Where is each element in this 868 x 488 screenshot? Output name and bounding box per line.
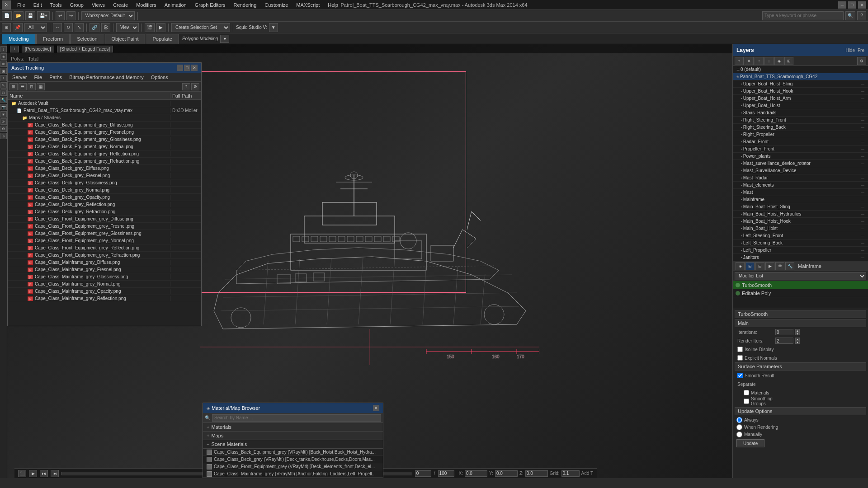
layer-visibility[interactable]: — xyxy=(858,255,867,259)
menu-tools[interactable]: Tools xyxy=(47,1,66,9)
asset-tree-row[interactable]: pCape_Class_Deck_grey_Glossiness.png xyxy=(8,179,201,187)
redo-btn[interactable]: ↪ xyxy=(66,11,75,20)
asset-tree-row[interactable]: pCape_Class_Back_Equipment_grey_Glossine… xyxy=(8,136,201,143)
left-icon-13[interactable]: 🖱 xyxy=(0,133,7,139)
left-icon-10[interactable]: ☀ xyxy=(0,111,7,117)
layer-new-btn[interactable]: + xyxy=(735,57,744,65)
layer-tree-row[interactable]: •Janitors— xyxy=(733,254,868,261)
layer-tree-row[interactable]: •Radar_Front— xyxy=(733,138,868,145)
asset-tree-row[interactable]: 📁Maps / Shaders xyxy=(8,114,201,122)
create-selection-select[interactable]: Create Selection Set xyxy=(171,23,230,32)
asset-tree-row[interactable]: pCape_Class_Mainframe_grey_Diffuse.png xyxy=(8,259,201,266)
left-icon-1[interactable]: ↕ xyxy=(0,46,7,52)
mod-tab-display[interactable]: ◈ xyxy=(736,262,745,270)
anim-key-mode-btn[interactable]: ⬛ xyxy=(18,470,26,477)
asset-tb-btn4[interactable]: ▦ xyxy=(37,83,45,90)
left-icon-3[interactable]: ⊕ xyxy=(0,61,7,67)
asset-tree-row[interactable]: pCape_Class_Front_Equipment_grey_Glossin… xyxy=(8,230,201,237)
coord-z-input[interactable] xyxy=(525,470,548,477)
coord-x-input[interactable] xyxy=(465,470,487,477)
layer-tree-row[interactable]: •Left_Steering_Front— xyxy=(733,232,868,239)
new-btn[interactable]: 📄 xyxy=(2,11,12,20)
asset-tree-row[interactable]: 📁Autodesk Vault xyxy=(8,100,201,107)
asset-tree-row[interactable]: pCape_Class_Mainframe_grey_Glossiness.pn… xyxy=(8,273,201,281)
layer-tree-row[interactable]: ☰0 (default)— xyxy=(733,66,868,73)
asset-tree-row[interactable]: pCape_Class_Deck_grey_Reflection.png xyxy=(8,201,201,208)
anim-prev-btn[interactable]: ⏮ xyxy=(51,470,59,477)
asset-tree-row[interactable]: pCape_Class_Deck_grey_Fresnel.png xyxy=(8,172,201,179)
editablepoly-item[interactable]: Editable Poly xyxy=(733,289,868,297)
layer-tree-row[interactable]: •Upper_Boat_Hoist_Hook— xyxy=(733,88,868,95)
layer-all-btn[interactable]: ⊞ xyxy=(784,57,793,65)
undo-btn[interactable]: ↩ xyxy=(56,11,65,20)
menu-views[interactable]: Views xyxy=(88,1,108,9)
render-btn[interactable]: ▶ xyxy=(156,23,165,32)
left-icon-9[interactable]: 📷 xyxy=(0,104,7,110)
layer-select-btn[interactable]: ◈ xyxy=(774,57,783,65)
layer-visibility[interactable]: — xyxy=(858,234,867,238)
left-icon-6[interactable]: ✎ xyxy=(0,82,7,89)
material-item[interactable]: Cape_Class_Deck_grey (VRayMtl) [Deck_tan… xyxy=(203,456,383,463)
viewport-canvas[interactable]: 150 160 170 Asset Tracking ─ □ ✕ Server xyxy=(7,44,732,478)
maximize-button[interactable]: □ xyxy=(848,1,856,9)
menu-create[interactable]: Create xyxy=(109,1,132,9)
grid-input[interactable] xyxy=(561,470,580,477)
scale-btn[interactable]: ⤡ xyxy=(75,23,84,32)
layer-visibility[interactable]: — xyxy=(858,125,867,129)
viewport[interactable]: + [Perspective] [Shaded + Edged Faces] P… xyxy=(7,44,732,478)
asset-menu-server[interactable]: Server xyxy=(9,75,29,80)
asset-tb-help[interactable]: ? xyxy=(182,83,190,90)
menu-graph-editors[interactable]: Graph Editors xyxy=(191,1,229,9)
menu-animation[interactable]: Animation xyxy=(161,1,190,9)
open-btn[interactable]: 📂 xyxy=(14,11,24,20)
layer-tree-row[interactable]: •Mast_surveillance_device_rotator— xyxy=(733,160,868,167)
asset-menu-file[interactable]: File xyxy=(31,75,45,80)
menu-maxscript[interactable]: MAXScript xyxy=(292,1,323,9)
layer-visibility[interactable]: — xyxy=(858,169,867,173)
asset-tree-row[interactable]: pCape_Class_Front_Equipment_grey_Refract… xyxy=(8,252,201,259)
search-input[interactable] xyxy=(762,11,844,20)
anim-end-frame-input[interactable] xyxy=(438,470,454,477)
smooth-result-checkbox[interactable] xyxy=(737,373,743,378)
mod-tab-modifier[interactable]: ⊞ xyxy=(745,262,755,270)
materials-checkbox[interactable] xyxy=(744,390,749,395)
layer-tree-row[interactable]: •Mast_Surveillance_Device— xyxy=(733,167,868,174)
left-icon-5[interactable]: ⌖ xyxy=(0,75,7,81)
asset-menu-options[interactable]: Options xyxy=(148,75,171,80)
link-btn[interactable]: 🔗 xyxy=(90,23,99,32)
squid-btn[interactable]: ▼ xyxy=(269,23,278,32)
asset-tree-row[interactable]: pCape_Class_Mainframe_grey_Fresnel.png xyxy=(8,266,201,273)
layer-visibility[interactable]: — xyxy=(858,205,867,209)
layer-visibility[interactable]: — xyxy=(858,67,867,71)
update-button[interactable]: Update xyxy=(736,439,764,447)
asset-tree-row[interactable]: pCape_Class_Mainframe_grey_Normal.png xyxy=(8,281,201,288)
anim-frame-input[interactable] xyxy=(415,470,431,477)
asset-tb-settings[interactable]: ⚙ xyxy=(191,83,199,90)
viewport-perspective-btn[interactable]: [Perspective] xyxy=(22,46,54,52)
layer-visibility[interactable]: — xyxy=(858,96,867,100)
asset-menu-bitmap[interactable]: Bitmap Performance and Memory xyxy=(66,75,146,80)
asset-tree-row[interactable]: pCape_Class_Deck_grey_Refraction.png xyxy=(8,208,201,216)
layer-visibility[interactable]: — xyxy=(858,197,867,202)
layer-visibility[interactable]: — xyxy=(858,89,867,93)
material-search-input[interactable] xyxy=(212,414,381,422)
layer-visibility[interactable]: — xyxy=(858,140,867,144)
left-icon-11[interactable]: ⟳ xyxy=(0,118,7,125)
always-radio[interactable] xyxy=(736,417,742,423)
layer-tree-row[interactable]: •Mast— xyxy=(733,189,868,196)
left-icon-7[interactable]: ⊡ xyxy=(0,89,7,96)
manually-radio[interactable] xyxy=(736,432,742,437)
menu-modifiers[interactable]: Modifiers xyxy=(132,1,160,9)
rotate-btn[interactable]: ↻ xyxy=(64,23,73,32)
layer-visibility[interactable]: — xyxy=(858,248,867,252)
asset-tree-row[interactable]: pCape_Class_Back_Equipment_grey_Normal.p… xyxy=(8,143,201,150)
layer-tree-row[interactable]: •Upper_Boat_Hoist_Sling— xyxy=(733,80,868,88)
layer-tree-row[interactable]: •Right_Propeller— xyxy=(733,131,868,138)
layer-move-up-btn[interactable]: ↑ xyxy=(755,57,764,65)
explicit-normals-checkbox[interactable] xyxy=(737,355,743,361)
modifier-list-select[interactable]: Modifier List xyxy=(735,272,866,280)
select-all-btn[interactable]: ⊞ xyxy=(2,23,11,32)
material-item[interactable]: Cape_Class_Front_Equipment_grey (VRayMtl… xyxy=(203,463,383,470)
material-close-btn[interactable]: ✕ xyxy=(373,405,379,411)
layer-tree-row[interactable]: •Stairs_Handrails— xyxy=(733,109,868,117)
